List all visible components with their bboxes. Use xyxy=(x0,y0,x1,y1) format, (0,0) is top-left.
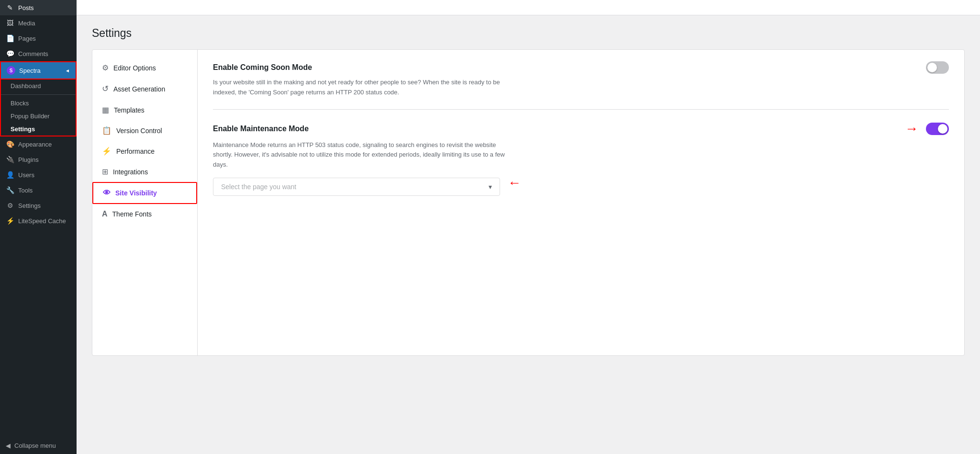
users-icon: 👤 xyxy=(6,171,14,179)
settings-nav-editor-options[interactable]: ⚙ Editor Options xyxy=(92,57,197,78)
sidebar-item-popup-builder[interactable]: Popup Builder xyxy=(1,110,76,123)
tools-icon: 🔧 xyxy=(6,186,14,194)
settings-nav-site-visibility[interactable]: 👁 Site Visibility xyxy=(92,182,197,204)
templates-icon: ▦ xyxy=(102,105,109,114)
pages-icon: 📄 xyxy=(6,34,14,42)
sidebar-item-plugins[interactable]: 🔌 Plugins xyxy=(0,152,77,167)
maintenance-toggle[interactable] xyxy=(926,123,949,135)
coming-soon-block: Enable Coming Soon Mode Is your website … xyxy=(213,61,949,110)
settings-nav-templates[interactable]: ▦ Templates xyxy=(92,100,197,120)
sidebar-item-wp-settings[interactable]: ⚙ Settings xyxy=(0,198,77,213)
sidebar-item-appearance[interactable]: 🎨 Appearance xyxy=(0,136,77,152)
sidebar-item-pages[interactable]: 📄 Pages xyxy=(0,31,77,46)
collapse-menu-button[interactable]: ◀ Collapse menu xyxy=(0,437,77,454)
sidebar-item-litespeed[interactable]: ⚡ LiteSpeed Cache xyxy=(0,213,77,228)
sidebar-item-spectra[interactable]: S Spectra ◄ xyxy=(0,61,77,79)
settings-nav: ⚙ Editor Options ↺ Asset Generation ▦ Te… xyxy=(92,50,198,355)
maintenance-block: Enable Maintenance Mode → Maintenance Mo… xyxy=(213,121,949,207)
editor-options-icon: ⚙ xyxy=(102,63,109,72)
dropdown-placeholder: Select the page you want xyxy=(221,183,296,191)
sidebar-item-blocks[interactable]: Blocks xyxy=(1,97,76,110)
coming-soon-header: Enable Coming Soon Mode xyxy=(213,61,949,74)
theme-fonts-icon: A xyxy=(102,210,108,218)
settings-nav-theme-fonts[interactable]: A Theme Fonts xyxy=(92,204,197,224)
media-icon: 🖼 xyxy=(6,19,14,27)
posts-icon: ✎ xyxy=(6,4,14,11)
collapse-icon: ◀ xyxy=(6,442,11,449)
sidebar-item-media[interactable]: 🖼 Media xyxy=(0,15,77,31)
litespeed-icon: ⚡ xyxy=(6,217,14,225)
main-content: Settings ⚙ Editor Options ↺ Asset Genera… xyxy=(77,0,980,454)
plugins-icon: 🔌 xyxy=(6,156,14,163)
maintenance-header: Enable Maintenance Mode → xyxy=(213,121,949,136)
maintenance-toggle-track[interactable] xyxy=(926,123,949,135)
integrations-icon: ⊞ xyxy=(102,167,108,176)
settings-nav-version-control[interactable]: 📋 Version Control xyxy=(92,120,197,141)
sidebar-item-dashboard[interactable]: Dashboard xyxy=(1,79,76,92)
dropdown-chevron-icon: ▾ xyxy=(489,183,492,191)
content-area: Settings ⚙ Editor Options ↺ Asset Genera… xyxy=(77,15,980,454)
coming-soon-toggle-track[interactable] xyxy=(926,61,949,74)
page-title: Settings xyxy=(92,27,965,40)
wp-settings-icon: ⚙ xyxy=(6,202,14,209)
coming-soon-title: Enable Coming Soon Mode xyxy=(213,63,312,72)
settings-container: ⚙ Editor Options ↺ Asset Generation ▦ Te… xyxy=(92,49,965,356)
sidebar-item-settings[interactable]: Settings xyxy=(1,123,76,136)
red-arrow-to-toggle: → xyxy=(905,121,918,136)
coming-soon-toggle-thumb xyxy=(927,63,937,72)
sidebar-item-comments[interactable]: 💬 Comments xyxy=(0,46,77,61)
sidebar: ✎ Posts 🖼 Media 📄 Pages 💬 Comments S Spe… xyxy=(0,0,77,454)
appearance-icon: 🎨 xyxy=(6,140,14,148)
settings-nav-performance[interactable]: ⚡ Performance xyxy=(92,141,197,161)
sidebar-item-tools[interactable]: 🔧 Tools xyxy=(0,182,77,198)
spectra-icon: S xyxy=(7,66,15,75)
maintenance-toggle-thumb xyxy=(938,124,947,134)
settings-nav-asset-generation[interactable]: ↺ Asset Generation xyxy=(92,78,197,100)
maintenance-title: Enable Maintenance Mode xyxy=(213,125,309,133)
sidebar-item-posts[interactable]: ✎ Posts xyxy=(0,0,77,15)
page-select-dropdown[interactable]: Select the page you want ▾ xyxy=(213,178,500,196)
chevron-icon: ◄ xyxy=(65,68,70,73)
settings-nav-integrations[interactable]: ⊞ Integrations xyxy=(92,161,197,182)
comments-icon: 💬 xyxy=(6,50,14,57)
settings-content-panel: Enable Coming Soon Mode Is your website … xyxy=(198,50,964,355)
performance-icon: ⚡ xyxy=(102,147,111,156)
maintenance-description: Maintenance Mode returns an HTTP 503 sta… xyxy=(213,140,510,170)
site-visibility-icon: 👁 xyxy=(103,189,111,197)
top-bar xyxy=(77,0,980,15)
red-arrow-to-dropdown: ← xyxy=(508,175,521,191)
asset-generation-icon: ↺ xyxy=(102,84,109,94)
sidebar-item-users[interactable]: 👤 Users xyxy=(0,167,77,182)
coming-soon-description: Is your website still in the making and … xyxy=(213,78,510,98)
coming-soon-toggle[interactable] xyxy=(926,61,949,74)
spectra-submenu: Dashboard Blocks Popup Builder Settings xyxy=(0,79,77,136)
version-control-icon: 📋 xyxy=(102,126,111,135)
divider xyxy=(1,94,76,95)
